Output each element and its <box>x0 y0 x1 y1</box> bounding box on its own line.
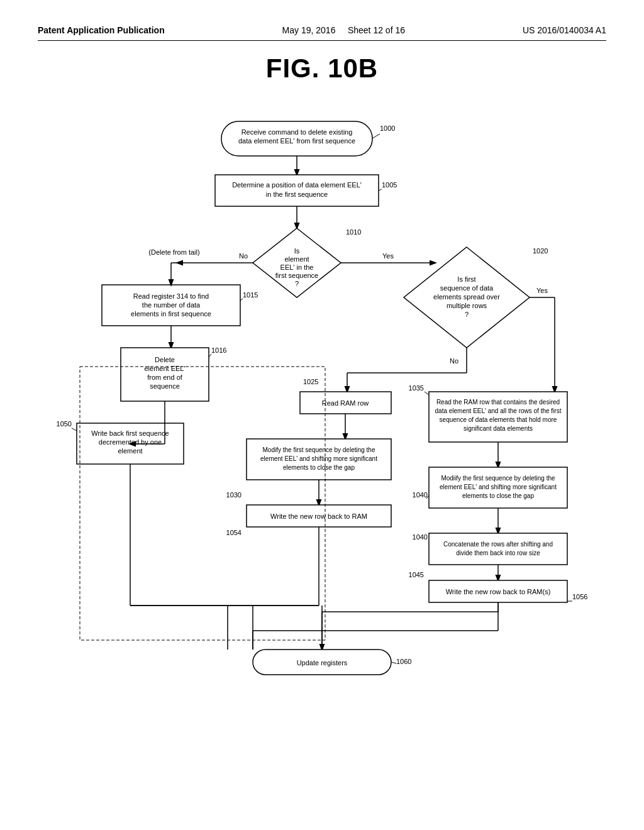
svg-text:element EEL' and shifting more: element EEL' and shifting more significa… <box>260 455 377 462</box>
svg-text:from end of: from end of <box>147 374 183 381</box>
svg-text:Read register 314 to find: Read register 314 to find <box>133 292 209 300</box>
svg-text:Is first: Is first <box>457 275 475 283</box>
svg-text:No: No <box>239 252 248 260</box>
svg-text:the number of data: the number of data <box>142 301 201 309</box>
svg-rect-117 <box>80 367 325 640</box>
svg-text:1045: 1045 <box>409 571 424 578</box>
header-patent-number: US 2016/0140034 A1 <box>523 25 606 35</box>
page-header: Patent Application Publication May 19, 2… <box>38 25 606 41</box>
svg-text:Modify the first sequence by d: Modify the first sequence by deleting th… <box>263 446 375 453</box>
svg-text:1005: 1005 <box>382 181 397 189</box>
svg-text:multiple rows: multiple rows <box>447 302 487 309</box>
svg-text:elements to close the gap: elements to close the gap <box>283 464 355 471</box>
figure-title: FIG. 10B <box>38 53 606 84</box>
svg-text:1056: 1056 <box>572 593 587 600</box>
svg-text:element: element <box>284 255 309 263</box>
svg-text:1020: 1020 <box>533 247 548 255</box>
diagram-area: FIG. 10B Receive command to delete exist… <box>38 53 606 794</box>
node-1000-text: Receive command to delete existing <box>242 128 353 136</box>
svg-text:Write back first sequence: Write back first sequence <box>91 429 169 437</box>
svg-text:1010: 1010 <box>346 228 361 236</box>
svg-text:1000: 1000 <box>380 124 395 132</box>
svg-text:Determine a position of data e: Determine a position of data element EEL… <box>232 181 362 189</box>
svg-text:element EEL' and shifting more: element EEL' and shifting more significa… <box>440 484 557 490</box>
svg-text:sequence of data: sequence of data <box>440 284 494 292</box>
svg-text:data element EEL' and all the : data element EEL' and all the rows of th… <box>435 407 562 414</box>
svg-rect-79 <box>429 533 567 565</box>
svg-text:Write the new row back to RAM(: Write the new row back to RAM(s) <box>446 588 551 595</box>
svg-text:significant data elements: significant data elements <box>464 425 533 432</box>
svg-text:decremented by one: decremented by one <box>99 438 162 446</box>
svg-text:Update registers: Update registers <box>297 659 348 667</box>
svg-text:1025: 1025 <box>303 378 318 385</box>
header-publication-label: Patent Application Publication <box>38 25 165 35</box>
svg-text:Write the new row back to RAM: Write the new row back to RAM <box>270 512 367 520</box>
svg-text:first sequence: first sequence <box>275 272 318 279</box>
svg-text:Is: Is <box>294 247 300 255</box>
svg-text:Read the RAM row that contains: Read the RAM row that contains the desir… <box>436 399 560 406</box>
svg-text:divide them back into row size: divide them back into row size <box>456 550 540 556</box>
svg-text:1040: 1040 <box>413 533 428 541</box>
svg-text:1035: 1035 <box>409 384 424 392</box>
svg-line-60 <box>425 392 429 395</box>
svg-text:element EEL': element EEL' <box>144 365 185 372</box>
svg-text:Concatenate the rows after shi: Concatenate the rows after shifting and <box>443 541 553 548</box>
svg-text:1060: 1060 <box>396 658 411 665</box>
svg-text:Delete: Delete <box>155 356 175 363</box>
svg-text:elements to close the gap: elements to close the gap <box>462 492 534 499</box>
svg-line-114 <box>391 662 396 663</box>
svg-text:Yes: Yes <box>382 252 394 260</box>
svg-line-3 <box>372 134 380 138</box>
header-date: May 19, 2016 <box>282 25 336 35</box>
svg-text:in the first sequence: in the first sequence <box>266 191 328 198</box>
svg-text:elements spread over: elements spread over <box>433 293 500 301</box>
svg-text:1015: 1015 <box>243 291 258 299</box>
svg-line-94 <box>72 428 77 431</box>
svg-text:sequence of data elements that: sequence of data elements that hold more <box>440 416 557 423</box>
svg-text:EEL' in the: EEL' in the <box>280 263 314 271</box>
svg-text:elements in first sequence: elements in first sequence <box>131 310 211 318</box>
svg-text:1030: 1030 <box>226 491 242 499</box>
svg-text:Modiify the first sequence by : Modiify the first sequence by deleting t… <box>441 475 555 482</box>
svg-text:Read RAM row: Read RAM row <box>322 399 369 407</box>
svg-text:Yes: Yes <box>536 287 548 294</box>
svg-text:1050: 1050 <box>57 420 72 428</box>
svg-text:?: ? <box>295 280 299 287</box>
svg-text:1054: 1054 <box>226 529 242 536</box>
svg-text:sequence: sequence <box>150 382 180 390</box>
svg-text:(Delete from tail): (Delete from tail) <box>148 248 199 256</box>
svg-text:No: No <box>450 357 458 365</box>
svg-text:1016: 1016 <box>211 346 226 354</box>
page: Patent Application Publication May 19, 2… <box>0 0 644 830</box>
svg-text:data element EEL' from first s: data element EEL' from first sequence <box>238 137 355 145</box>
svg-text:1040: 1040 <box>413 491 428 499</box>
svg-text:element: element <box>118 447 142 455</box>
flowchart-svg: Receive command to delete existing data … <box>39 102 605 794</box>
svg-text:?: ? <box>465 311 469 318</box>
header-date-sheet: May 19, 2016 Sheet 12 of 16 <box>282 25 405 35</box>
header-sheet: Sheet 12 of 16 <box>348 25 405 35</box>
